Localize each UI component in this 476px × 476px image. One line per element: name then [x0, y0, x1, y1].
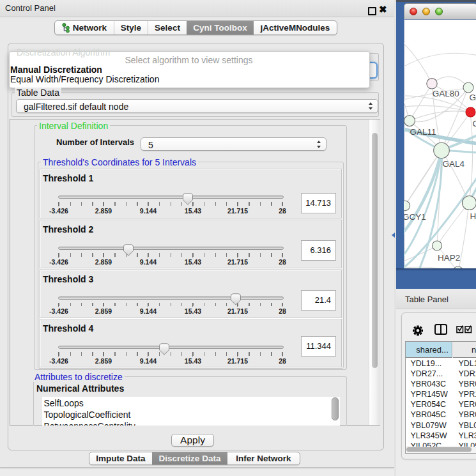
svg-text:HAP2: HAP2: [438, 253, 460, 263]
svg-text:GAL4: GAL4: [442, 159, 464, 169]
svg-text:C: C: [473, 119, 476, 128]
svg-text:GA: GA: [470, 93, 476, 102]
svg-text:GAL80: GAL80: [433, 89, 459, 98]
svg-text:GAL11: GAL11: [410, 127, 436, 137]
svg-text:GCY1: GCY1: [404, 212, 426, 222]
svg-text:H: H: [470, 211, 476, 221]
